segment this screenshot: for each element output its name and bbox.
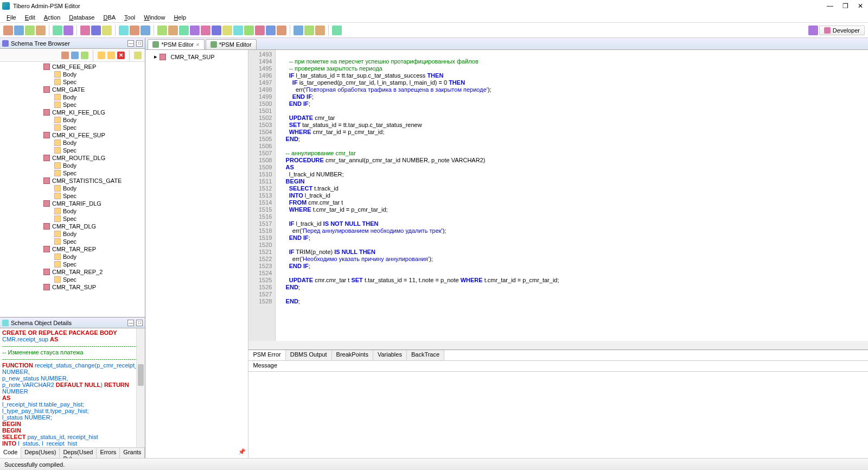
bottom-tab[interactable]: DBMS Output: [286, 350, 332, 360]
tree-node[interactable]: Spec: [0, 238, 145, 245]
tree-node[interactable]: Body: [0, 185, 145, 192]
tree-node[interactable]: CMR_TAR_REP_2: [0, 268, 145, 276]
toolbar-icon[interactable]: [25, 26, 35, 35]
tree-node[interactable]: Body: [0, 207, 145, 215]
tree-node[interactable]: Body: [0, 139, 145, 147]
tree-tool-icon[interactable]: [134, 52, 142, 59]
pin-icon[interactable]: 📌: [238, 448, 246, 456]
minimize-button[interactable]: —: [825, 2, 835, 10]
tree-node[interactable]: Spec: [0, 276, 145, 283]
object-tree[interactable]: ▸ CMR_TAR_SUP 📌: [145, 50, 248, 458]
bottom-tab[interactable]: Variables: [373, 350, 407, 360]
tree-node[interactable]: Spec: [0, 78, 145, 86]
menu-help[interactable]: Help: [169, 13, 190, 22]
tree-node[interactable]: CMR_GATE: [0, 86, 145, 93]
editor-tab[interactable]: *PSM Editor×: [148, 39, 204, 49]
edit-icon[interactable]: [98, 52, 105, 59]
toolbar-icon[interactable]: [304, 26, 314, 35]
toolbar-icon[interactable]: [244, 26, 254, 35]
tree-node[interactable]: CMR_ROUTE_DLG: [0, 154, 145, 162]
toolbar-icon[interactable]: [91, 26, 101, 35]
menu-database[interactable]: Database: [65, 13, 99, 22]
tree-node[interactable]: Spec: [0, 147, 145, 154]
toolbar-icon[interactable]: [255, 26, 265, 35]
toolbar-icon[interactable]: [80, 26, 90, 35]
tree-node[interactable]: CMR_FEE_REP: [0, 63, 145, 71]
tree-node[interactable]: CMR_TAR_REP: [0, 245, 145, 253]
panel-maximize-button[interactable]: □: [136, 40, 143, 47]
tree-node[interactable]: Spec: [0, 261, 145, 268]
toolbar-icon[interactable]: [102, 26, 112, 35]
toolbar-icon[interactable]: [179, 26, 189, 35]
toolbar-icon[interactable]: [190, 26, 200, 35]
menu-window[interactable]: Window: [139, 13, 169, 22]
toolbar-icon[interactable]: [332, 26, 342, 35]
close-button[interactable]: ✕: [855, 2, 866, 10]
delete-icon[interactable]: ✕: [117, 52, 125, 59]
details-tab[interactable]: Deps(Used By): [60, 448, 97, 458]
bottom-tab[interactable]: PSM Error: [248, 350, 285, 360]
toolbar-icon[interactable]: [233, 26, 243, 35]
toolbar-icon[interactable]: [808, 26, 818, 35]
editor-tab[interactable]: *PSM Editor: [206, 39, 257, 49]
toolbar-icon[interactable]: [14, 26, 24, 35]
tree-node[interactable]: Spec: [0, 101, 145, 109]
toolbar-icon[interactable]: [212, 26, 221, 35]
tree-node[interactable]: Body: [0, 71, 145, 78]
toolbar-icon[interactable]: [141, 26, 150, 35]
horizontal-scrollbar[interactable]: [248, 341, 868, 350]
tree-node[interactable]: Body: [0, 116, 145, 124]
toolbar-icon[interactable]: [63, 26, 73, 35]
toolbar-icon[interactable]: [201, 26, 210, 35]
bottom-tab[interactable]: BreakPoints: [332, 350, 373, 360]
tree-node[interactable]: Body: [0, 230, 145, 238]
tree-node[interactable]: Spec: [0, 169, 145, 177]
bottom-tab[interactable]: BackTrace: [407, 350, 444, 360]
tree-node[interactable]: CMR_TAR_SUP: [0, 283, 145, 291]
details-tab[interactable]: Code: [0, 447, 21, 458]
edit-icon[interactable]: [107, 52, 115, 59]
toolbar-icon[interactable]: [277, 26, 286, 35]
tree-node[interactable]: CMR_STATISTICS_GATE: [0, 177, 145, 185]
developer-button[interactable]: Developer: [819, 26, 865, 35]
panel-minimize-button[interactable]: —: [127, 40, 134, 47]
toolbar-icon[interactable]: [36, 26, 46, 35]
toolbar-icon[interactable]: [53, 26, 62, 35]
tree-node[interactable]: CMR_TARIF_DLG: [0, 200, 145, 207]
tree-node[interactable]: CMR_KI_FEE_DLG: [0, 109, 145, 116]
tree-node[interactable]: Spec: [0, 215, 145, 223]
menu-dba[interactable]: DBA: [99, 13, 120, 22]
tree-body[interactable]: CMR_FEE_REPBodySpecCMR_GATEBodySpecCMR_K…: [0, 62, 145, 317]
tree-node[interactable]: Body: [0, 162, 145, 169]
toolbar-icon[interactable]: [168, 26, 178, 35]
menu-edit[interactable]: Edit: [21, 13, 40, 22]
toolbar-icon[interactable]: [315, 26, 325, 35]
menu-tool[interactable]: Tool: [120, 13, 139, 22]
vertical-scrollbar[interactable]: [136, 328, 145, 447]
toolbar-icon[interactable]: [3, 26, 13, 35]
menu-file[interactable]: File: [2, 13, 21, 22]
code-editor[interactable]: 1493149414951496149714981499150015011502…: [248, 50, 868, 341]
tree-node[interactable]: Body: [0, 253, 145, 261]
toolbar-icon[interactable]: [130, 26, 139, 35]
toolbar-icon[interactable]: [119, 26, 129, 35]
toolbar-icon[interactable]: [157, 26, 167, 35]
close-icon[interactable]: ×: [196, 41, 199, 48]
tree-node[interactable]: Spec: [0, 124, 145, 131]
col-message[interactable]: Message: [248, 361, 868, 371]
menu-action[interactable]: Action: [40, 13, 65, 22]
details-body[interactable]: CREATE OR REPLACE PACKAGE BODY CMR.recei…: [0, 328, 145, 447]
details-tab[interactable]: Deps(Uses): [21, 448, 60, 458]
toolbar-icon[interactable]: [293, 26, 303, 35]
tree-tool-icon[interactable]: [61, 52, 69, 59]
panel-minimize-button[interactable]: —: [127, 320, 134, 326]
details-tab[interactable]: Errors: [97, 448, 120, 458]
tree-node[interactable]: CMR_KI_FEE_SUP: [0, 131, 145, 139]
maximize-button[interactable]: ❐: [840, 2, 851, 10]
toolbar-icon[interactable]: [266, 26, 276, 35]
tree-tool-icon[interactable]: [81, 52, 88, 59]
object-tree-node[interactable]: ▸ CMR_TAR_SUP: [148, 52, 246, 61]
details-tab[interactable]: Grants: [120, 448, 145, 458]
panel-maximize-button[interactable]: □: [136, 320, 143, 326]
tree-node[interactable]: CMR_TAR_DLG: [0, 223, 145, 230]
